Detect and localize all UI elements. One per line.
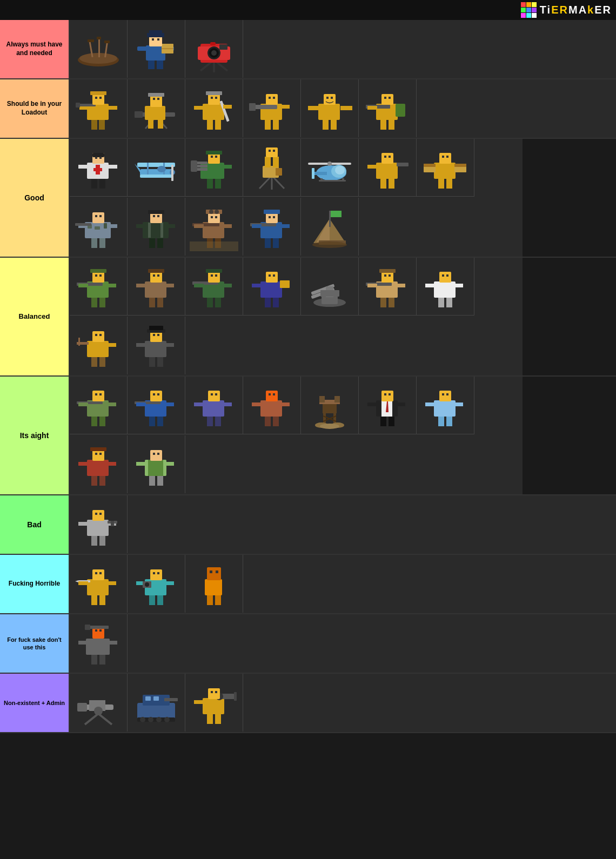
svg-rect-348 bbox=[434, 400, 456, 417]
svg-line-418 bbox=[85, 714, 98, 724]
logo-cell-4 bbox=[521, 8, 526, 12]
svg-rect-118 bbox=[211, 156, 213, 158]
svg-rect-358 bbox=[108, 462, 116, 466]
svg-rect-274 bbox=[87, 341, 109, 357]
svg-rect-417 bbox=[99, 629, 102, 632]
tier-item bbox=[128, 377, 185, 434]
tier-item bbox=[128, 317, 185, 374]
svg-rect-202 bbox=[269, 216, 271, 218]
svg-rect-57 bbox=[223, 105, 232, 109]
char-balanced-3 bbox=[190, 262, 238, 311]
tier-row-f: Fucking Horrible bbox=[0, 555, 616, 614]
svg-rect-413 bbox=[85, 625, 90, 630]
char-aight-3 bbox=[190, 381, 238, 430]
tier-label-b: Good bbox=[0, 139, 69, 257]
svg-rect-280 bbox=[99, 334, 102, 336]
svg-rect-143 bbox=[397, 163, 409, 166]
tier-item bbox=[185, 674, 243, 732]
item-helicopter bbox=[305, 143, 354, 192]
svg-rect-18 bbox=[152, 38, 154, 41]
logo-cell-8 bbox=[526, 13, 531, 18]
tier-item bbox=[185, 377, 243, 434]
svg-rect-224 bbox=[165, 284, 174, 287]
tier-items-e bbox=[69, 495, 616, 554]
char-balanced-9 bbox=[132, 321, 180, 370]
svg-rect-360 bbox=[90, 447, 106, 451]
svg-point-428 bbox=[140, 717, 145, 722]
svg-rect-175 bbox=[136, 224, 144, 228]
item-watchtower bbox=[305, 381, 354, 430]
svg-rect-117 bbox=[206, 151, 222, 155]
char-aight-green-vest bbox=[132, 440, 180, 489]
tier-item bbox=[70, 20, 128, 78]
tier-item bbox=[243, 139, 301, 197]
char-yellow-backpack-gun bbox=[363, 84, 412, 133]
svg-rect-307 bbox=[153, 393, 155, 395]
svg-rect-37 bbox=[92, 94, 104, 105]
svg-rect-156 bbox=[442, 156, 444, 158]
svg-rect-139 bbox=[342, 178, 344, 182]
tier-items-h bbox=[69, 674, 616, 732]
svg-rect-352 bbox=[442, 393, 444, 395]
svg-rect-155 bbox=[439, 153, 451, 164]
tier-item bbox=[70, 258, 128, 316]
char-aight-red-vest bbox=[74, 440, 123, 489]
svg-rect-235 bbox=[208, 272, 220, 283]
svg-rect-124 bbox=[276, 168, 282, 176]
svg-rect-115 bbox=[223, 165, 232, 169]
svg-rect-359 bbox=[92, 450, 104, 461]
svg-rect-138 bbox=[320, 178, 323, 182]
logo-cell-5 bbox=[526, 8, 531, 12]
svg-rect-129 bbox=[273, 150, 275, 152]
tier-item bbox=[301, 198, 359, 256]
char-brown-field bbox=[190, 203, 238, 251]
svg-rect-396 bbox=[165, 581, 174, 585]
svg-rect-238 bbox=[215, 274, 217, 277]
svg-rect-174 bbox=[160, 223, 163, 238]
tier-item bbox=[185, 258, 243, 316]
svg-point-401 bbox=[145, 582, 149, 587]
tier-item bbox=[70, 198, 128, 256]
svg-rect-119 bbox=[215, 156, 217, 158]
tier-item bbox=[417, 139, 474, 197]
tier-item bbox=[243, 377, 301, 434]
svg-rect-166 bbox=[92, 212, 104, 223]
svg-rect-381 bbox=[99, 513, 102, 515]
tier-item bbox=[70, 555, 128, 613]
svg-rect-387 bbox=[78, 581, 88, 585]
svg-rect-203 bbox=[273, 216, 275, 218]
tier-label-g: For fuck sake don't use this bbox=[0, 614, 69, 673]
svg-rect-316 bbox=[215, 393, 217, 395]
tier-item bbox=[359, 258, 417, 316]
char-yellow-sword bbox=[190, 84, 238, 133]
svg-rect-253 bbox=[320, 290, 339, 297]
item-flag-camp bbox=[305, 203, 354, 251]
tier-label-h: Non-existent + Admin bbox=[0, 674, 69, 732]
char-balanced-2 bbox=[132, 262, 180, 311]
svg-rect-321 bbox=[281, 402, 290, 406]
svg-rect-306 bbox=[150, 391, 162, 401]
svg-rect-172 bbox=[143, 222, 169, 238]
svg-rect-368 bbox=[165, 462, 174, 466]
svg-point-430 bbox=[156, 717, 162, 722]
svg-rect-215 bbox=[108, 284, 116, 287]
svg-rect-154 bbox=[454, 164, 466, 167]
char-aight-1 bbox=[74, 381, 123, 430]
svg-rect-410 bbox=[86, 639, 110, 655]
char-yellow-arms-out bbox=[305, 84, 354, 133]
svg-rect-353 bbox=[446, 393, 448, 395]
svg-point-431 bbox=[164, 717, 170, 722]
svg-rect-70 bbox=[273, 97, 275, 99]
svg-rect-131 bbox=[313, 172, 327, 175]
svg-rect-92 bbox=[93, 168, 102, 171]
svg-rect-144 bbox=[367, 165, 377, 169]
svg-rect-77 bbox=[326, 97, 329, 99]
tier-label-s: Always must have and needed bbox=[0, 20, 69, 78]
svg-rect-304 bbox=[136, 402, 146, 406]
item-biplane bbox=[132, 143, 180, 192]
svg-rect-98 bbox=[99, 157, 102, 159]
tier-label-f: Fucking Horrible bbox=[0, 555, 69, 613]
tier-item bbox=[128, 139, 185, 197]
svg-rect-314 bbox=[208, 391, 220, 401]
svg-rect-443 bbox=[215, 691, 217, 693]
